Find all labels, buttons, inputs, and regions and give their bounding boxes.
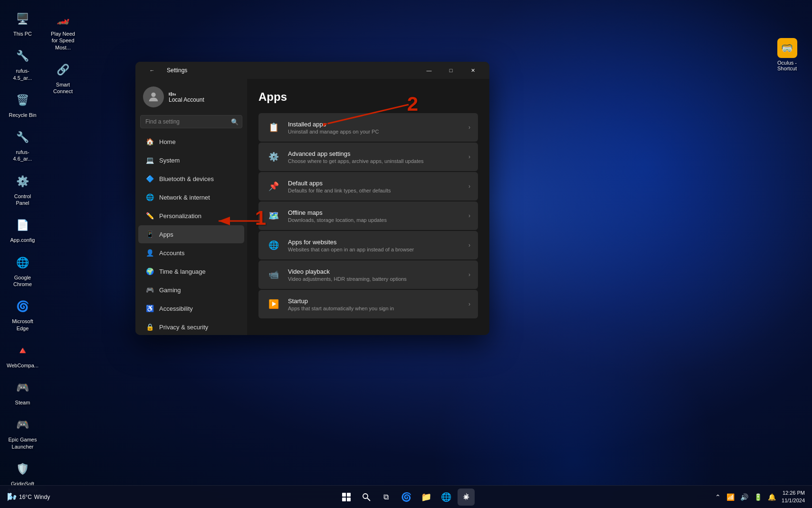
desktop-icon-webcompa[interactable]: 🔺 WebCompa... [5,339,40,371]
settings-item-startup[interactable]: ▶️ Startup Apps that start automatically… [258,290,478,318]
weather-widget[interactable]: 🌬️ 16°C Windy [7,492,50,501]
start-button[interactable] [338,489,355,506]
settings-title-installed-apps: Installed apps [288,121,379,128]
settings-title-apps-for-websites: Apps for websites [288,239,414,246]
icon-img: 🔧 [13,128,32,147]
icon-img: 🔺 [13,341,32,360]
icon-img: 🖥️ [13,10,32,29]
task-view-button[interactable]: ⧉ [378,489,395,506]
icon-img: 🔗 [54,60,73,79]
desktop-icon-recycle-bin[interactable]: 🗑️ Recycle Bin [5,88,40,121]
icon-label: This PC [13,30,32,37]
nav-item-home[interactable]: 🏠 Home [138,133,244,151]
desktop-icon-this-pc[interactable]: 🖥️ This PC [5,7,40,39]
settings-item-default-apps[interactable]: 📌 Default apps Defaults for file and lin… [258,172,478,201]
settings-desc-installed-apps: Uninstall and manage apps on your PC [288,129,379,134]
desktop-icon-rufus-46[interactable]: 🔧 rufus-4.6_ar... [5,125,40,165]
desktop-icon-smart-connect[interactable]: 🔗 Smart Connect [45,58,81,97]
tray-network[interactable]: 📶 [725,491,736,503]
edge-taskbar-button[interactable]: 🌀 [398,489,415,506]
nav-icon-personalization: ✏️ [145,211,154,220]
clock[interactable]: 12:26 PM 11/1/2024 [782,489,805,504]
user-profile[interactable]: Local Account [135,79,247,112]
clock-time: 12:26 PM [782,489,805,497]
close-button[interactable]: ✕ [462,62,484,79]
icon-label: Steam [15,399,30,406]
clock-date: 11/1/2024 [782,497,805,504]
settings-title-video-playback: Video playback [288,268,407,275]
nav-item-personalization[interactable]: ✏️ Personalization [138,207,244,225]
window-title: Settings [167,67,187,74]
nav-item-gaming[interactable]: 🎮 Gaming [138,281,244,299]
settings-list: 📋 Installed apps Uninstall and manage ap… [258,113,478,318]
chevron-offline-maps: › [468,212,470,219]
svg-rect-1 [169,93,170,96]
settings-title-advanced-app-settings: Advanced app settings [288,150,424,157]
search-box: 🔍 [140,115,242,128]
desktop-icon-control-panel[interactable]: ⚙️ Control Panel [5,170,40,209]
back-button[interactable]: ← [141,62,163,79]
settings-item-installed-apps[interactable]: 📋 Installed apps Uninstall and manage ap… [258,113,478,142]
chevron-video-playback: › [468,271,470,278]
tray-battery[interactable]: 🔋 [752,491,764,503]
settings-icon-installed-apps: 📋 [266,120,281,135]
icon-img: ⚙️ [13,172,32,191]
weather-desc: Windy [34,494,50,500]
search-input[interactable] [140,115,242,128]
desktop-icon-rufus-45[interactable]: 🔧 rufus-4.5_ar... [5,44,40,84]
desktop-icon-oculus[interactable]: 🥽 Oculus -Shortcut [769,38,805,71]
settings-item-offline-maps[interactable]: 🗺️ Offline maps Downloads, storage locat… [258,201,478,230]
icon-img: 🔧 [13,47,32,66]
desktop-icon-steam[interactable]: 🎮 Steam [5,376,40,408]
icon-img: 🏎️ [54,10,73,29]
sidebar: Local Account 🔍 🏠 Home 💻 System 🔷 Blueto… [135,79,247,335]
nav-item-time-language[interactable]: 🌍 Time & language [138,262,244,280]
tray-notification[interactable]: 🔔 [766,491,778,503]
maximize-button[interactable]: □ [440,62,462,79]
main-content: Apps 📋 Installed apps Uninstall and mana… [247,79,489,335]
nav-item-accessibility[interactable]: ♿ Accessibility [138,299,244,317]
nav-item-bluetooth[interactable]: 🔷 Bluetooth & devices [138,170,244,188]
nav-icon-system: 💻 [145,155,154,165]
desktop-icon-google-chrome[interactable]: 🌐 Google Chrome [5,251,40,290]
desktop-icon-epic-games[interactable]: 🎮 Epic Games Launcher [5,413,40,452]
nav-label-system: System [159,157,180,164]
desktop-icon-microsoft-edge[interactable]: 🌀 Microsoft Edge [5,295,40,334]
desktop-icon-app-config[interactable]: 📄 App.config [5,213,40,246]
icon-img: 🌀 [13,297,32,316]
nav-label-bluetooth: Bluetooth & devices [159,175,214,182]
file-explorer-button[interactable]: 📁 [418,489,435,506]
nav-icon-network: 🌐 [145,192,154,202]
chevron-apps-for-websites: › [468,242,470,249]
nav-item-network[interactable]: 🌐 Network & internet [138,188,244,206]
tray-volume[interactable]: 🔊 [738,491,750,503]
minimize-button[interactable]: — [418,62,440,79]
search-taskbar-button[interactable] [358,489,375,506]
settings-item-advanced-app-settings[interactable]: ⚙️ Advanced app settings Choose where to… [258,143,478,171]
nav-item-apps[interactable]: 📱 Apps [138,225,244,243]
icon-label: Play Need for Speed Most... [48,30,78,51]
icon-label: Smart Connect [48,81,78,95]
settings-item-apps-for-websites[interactable]: 🌐 Apps for websites Websites that can op… [258,231,478,259]
nav-item-system[interactable]: 💻 System [138,151,244,169]
settings-desc-video-playback: Video adjustments, HDR streaming, batter… [288,276,407,282]
settings-item-video-playback[interactable]: 📹 Video playback Video adjustments, HDR … [258,260,478,289]
chrome-taskbar-button[interactable]: 🌐 [438,489,455,506]
icon-label: rufus-4.6_ar... [7,149,38,163]
settings-taskbar-button[interactable] [458,489,475,506]
nav-label-time-language: Time & language [159,268,206,275]
icon-img: 🎮 [13,378,32,397]
desktop-icon-play-need[interactable]: 🏎️ Play Need for Speed Most... [45,7,81,53]
settings-icon-advanced-app-settings: ⚙️ [266,149,281,164]
user-subtitle [169,91,204,96]
nav-item-privacy-security[interactable]: 🔒 Privacy & security [138,318,244,335]
nav-label-home: Home [159,138,176,145]
icon-label: rufus-4.5_ar... [7,67,38,81]
avatar [143,86,164,107]
tray-chevron[interactable]: ⌃ [713,491,723,503]
nav-label-network: Network & internet [159,194,210,201]
nav-item-accounts[interactable]: 👤 Accounts [138,244,244,262]
nav-icon-time-language: 🌍 [145,267,154,276]
weather-temp: 16°C [19,494,32,500]
chevron-advanced-app-settings: › [468,153,470,160]
